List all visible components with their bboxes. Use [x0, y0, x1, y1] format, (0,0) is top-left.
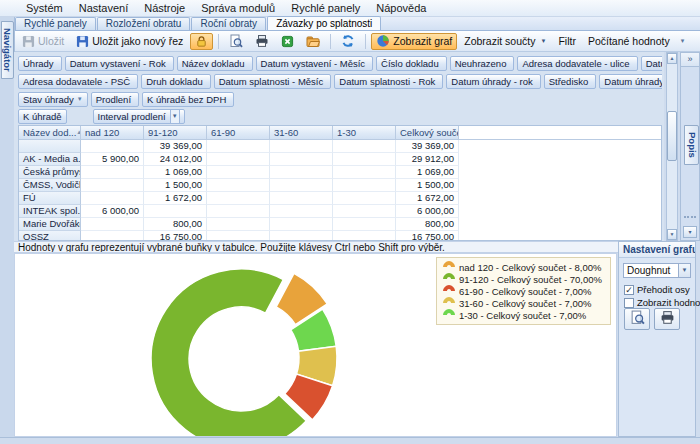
toolbar-overflow-button[interactable]: ▾	[681, 37, 685, 45]
row-header-cell[interactable]: Česká průmyslo...	[19, 166, 81, 179]
data-cell[interactable]	[270, 140, 333, 153]
legend-item[interactable]: 1-30 - Celkový součet - 7,00%	[443, 309, 602, 321]
save-button[interactable]: Uložit	[17, 33, 69, 50]
show-values-checkbox[interactable]: Zobrazit hodnoty	[624, 297, 700, 308]
chart-print-preview-button[interactable]	[624, 308, 650, 330]
menu-item[interactable]: Nástroje	[136, 2, 193, 14]
swap-axes-checkbox[interactable]: ✓ Přehodit osy	[624, 284, 690, 295]
data-cell[interactable]	[333, 205, 396, 218]
column-header-cell[interactable]: Celkový součet	[396, 126, 459, 140]
data-cell[interactable]: 6 000,00	[396, 205, 459, 218]
data-cell[interactable]	[270, 205, 333, 218]
data-cell[interactable]	[333, 140, 396, 153]
data-cell[interactable]	[270, 166, 333, 179]
show-chart-button[interactable]: Zobrazit graf	[371, 33, 457, 50]
view-tab[interactable]: Rozložení obratu	[97, 17, 191, 30]
data-cell[interactable]	[207, 218, 270, 231]
data-cell[interactable]	[144, 205, 207, 218]
menu-item[interactable]: Systém	[18, 2, 71, 14]
data-cell[interactable]	[333, 166, 396, 179]
data-cell[interactable]	[333, 153, 396, 166]
data-cell[interactable]: 5 900,00	[81, 153, 144, 166]
save-as-new-slice-button[interactable]: Uložit jako nový řez	[71, 33, 188, 50]
field-button[interactable]: Stav úhrady▼	[18, 92, 88, 107]
data-cell[interactable]: 29 912,00	[396, 153, 459, 166]
scroll-down-button[interactable]: ▼	[667, 229, 677, 240]
data-cell[interactable]: 1 500,00	[144, 179, 207, 192]
menu-item[interactable]: Rychlé panely	[283, 2, 368, 14]
data-cell[interactable]	[333, 218, 396, 231]
data-cell[interactable]: 800,00	[396, 218, 459, 231]
field-button[interactable]: Datum splatnosti - Rok	[334, 74, 443, 89]
tab-popis[interactable]: Popis	[684, 125, 699, 165]
data-area-field-button[interactable]: K úhradě	[18, 109, 67, 124]
collapse-button[interactable]: ▾	[683, 226, 697, 238]
chart-type-select[interactable]: Doughnut ▼	[623, 263, 691, 278]
field-button[interactable]: Datum úhrady - měsíc	[599, 74, 662, 89]
field-button[interactable]: Datum splatnosti - Měsíc	[214, 74, 332, 89]
data-cell[interactable]: 1 672,00	[396, 192, 459, 205]
data-cell[interactable]: 1 500,00	[396, 179, 459, 192]
lock-layout-button[interactable]	[190, 33, 213, 50]
row-header-cell[interactable]: Marie Dvořákov...	[19, 218, 81, 231]
field-button[interactable]: K úhradě bez DPH	[142, 92, 234, 107]
field-button[interactable]: Úhrady	[18, 56, 62, 71]
chart-print-button[interactable]	[654, 308, 680, 330]
open-folder-button[interactable]	[301, 33, 325, 50]
data-cell[interactable]	[333, 192, 396, 205]
data-cell[interactable]: 16 750,00	[396, 231, 459, 241]
column-header-cell[interactable]: 1-30	[333, 126, 396, 140]
refresh-button[interactable]	[336, 33, 360, 50]
data-cell[interactable]	[333, 179, 396, 192]
data-cell[interactable]: 6 000,00	[81, 205, 144, 218]
column-header-cell[interactable]: 61-90	[207, 126, 270, 140]
data-cell[interactable]: 1 672,00	[144, 192, 207, 205]
data-cell[interactable]	[81, 140, 144, 153]
data-cell[interactable]: 16 750,00	[144, 231, 207, 241]
row-header-cell[interactable]	[19, 140, 81, 153]
row-header-cell[interactable]: FÚ	[19, 192, 81, 205]
row-header-field-button[interactable]: Název dod... ▲	[19, 126, 81, 140]
view-tab[interactable]: Závazky po splatnosti	[267, 16, 381, 30]
field-button[interactable]: Datum vystavení - Měsíc	[256, 56, 374, 71]
field-button[interactable]: Prodlení	[91, 92, 139, 107]
export-excel-button[interactable]	[276, 33, 299, 50]
field-button[interactable]: Druh dokladu	[141, 74, 211, 89]
field-button[interactable]: Datum úhrady - rok	[446, 74, 540, 89]
row-header-cell[interactable]: ČMSS, Vodičkov...	[19, 179, 81, 192]
field-button[interactable]: Adresa dodavatele - PSČ	[18, 74, 138, 89]
data-cell[interactable]: 39 369,00	[396, 140, 459, 153]
data-cell[interactable]	[207, 153, 270, 166]
view-tab[interactable]: Rychlé panely	[15, 17, 96, 30]
print-button[interactable]	[250, 33, 274, 50]
row-header-cell[interactable]: OSSZ	[19, 231, 81, 241]
legend-item[interactable]: 31-60 - Celkový součet - 7,00%	[443, 297, 602, 309]
view-tab[interactable]: Roční obraty	[191, 17, 266, 30]
field-button[interactable]: Neuhrazeno	[450, 56, 515, 71]
calculated-values-button[interactable]: Počítané hodnoty	[583, 33, 675, 50]
data-cell[interactable]: 24 012,00	[144, 153, 207, 166]
column-header-cell[interactable]: nad 120	[81, 126, 144, 140]
data-cell[interactable]	[333, 231, 396, 241]
field-button[interactable]: Číslo dokladu	[376, 56, 447, 71]
column-header-cell[interactable]: 31-60	[270, 126, 333, 140]
data-cell[interactable]	[270, 218, 333, 231]
data-cell[interactable]: 1 069,00	[144, 166, 207, 179]
data-cell[interactable]	[207, 140, 270, 153]
show-totals-button[interactable]: Zobrazit součty ▼	[459, 33, 551, 50]
data-cell[interactable]	[270, 153, 333, 166]
data-cell[interactable]	[270, 179, 333, 192]
data-cell[interactable]	[270, 231, 333, 241]
field-button[interactable]: Středisko	[544, 74, 597, 89]
expand-panel-button[interactable]: »	[681, 53, 699, 67]
data-cell[interactable]: 39 369,00	[144, 140, 207, 153]
print-preview-button[interactable]	[224, 33, 248, 50]
splitter-grip[interactable]	[684, 216, 696, 218]
data-cell[interactable]	[81, 192, 144, 205]
field-button[interactable]: Adresa dodavatele - ulice	[517, 56, 637, 71]
field-button[interactable]: Název dokladu	[177, 56, 253, 71]
scroll-up-button[interactable]: ▲	[667, 53, 677, 64]
column-header-cell[interactable]: 91-120	[144, 126, 207, 140]
menu-item[interactable]: Nastavení	[71, 2, 137, 14]
data-cell[interactable]	[81, 231, 144, 241]
